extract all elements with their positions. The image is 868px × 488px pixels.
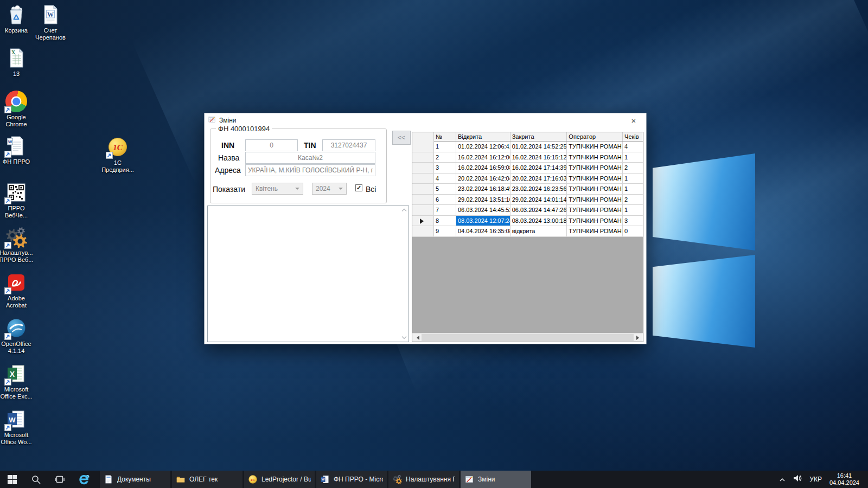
grid-cell[interactable]: 04.04.2024 16:35:08: [456, 226, 510, 236]
volume-icon[interactable]: [793, 474, 802, 485]
grid-cell[interactable]: 1: [623, 205, 643, 215]
search-button[interactable]: [24, 471, 48, 488]
desktop-icon-adobe-acrobat[interactable]: Adobe Acrobat: [0, 271, 36, 309]
grid-row[interactable]: 629.02.2024 13:51:1029.02.2024 14:01:14Т…: [412, 195, 643, 206]
task-view-button[interactable]: [48, 471, 72, 488]
row-header-cell[interactable]: [412, 205, 434, 215]
row-header-cell[interactable]: [412, 163, 434, 173]
show-hidden-icons-button[interactable]: [779, 474, 786, 484]
grid-cell[interactable]: 1: [623, 174, 643, 184]
grid-cell[interactable]: ТУПІЧКИН РОМАН ...: [567, 152, 623, 163]
grid-cell[interactable]: ТУПІЧКИН РОМАН ...: [567, 184, 623, 194]
grid-cell[interactable]: 08.03.2024 12:07:24: [456, 216, 510, 226]
grid-cell[interactable]: 6: [434, 195, 456, 205]
desktop-icon-prro-webche[interactable]: ПРРО ВебЧе...: [0, 181, 36, 219]
row-header-cell[interactable]: [412, 195, 434, 205]
grid-cell[interactable]: 8: [434, 216, 456, 226]
horizontal-scrollbar[interactable]: [412, 333, 643, 342]
details-list-panel[interactable]: [207, 206, 409, 342]
scroll-left-arrow-icon[interactable]: [412, 333, 421, 342]
tin-field[interactable]: [322, 139, 375, 151]
desktop-icon-fn-prro[interactable]: W ФН ПРРО: [0, 134, 36, 165]
grid-cell[interactable]: 29.02.2024 14:01:14: [510, 195, 567, 205]
desktop-icon-ms-excel[interactable]: X Microsoft Office Exc...: [0, 362, 36, 400]
grid-cell[interactable]: 5: [434, 184, 456, 194]
grid-cell[interactable]: 23.02.2024 16:18:45: [456, 184, 510, 194]
grid-row[interactable]: 904.04.2024 16:35:08відкритаТУПІЧКИН РОМ…: [412, 226, 643, 237]
grid-cell[interactable]: 4: [623, 142, 643, 152]
scrollbar-thumb[interactable]: [422, 334, 634, 341]
scroll-up-icon[interactable]: [401, 208, 407, 213]
grid-cell[interactable]: 9: [434, 226, 456, 236]
grid-cell[interactable]: 16.02.2024 16:15:12: [510, 152, 567, 163]
taskbar-task-button[interactable]: Налаштування ПР...: [388, 471, 459, 488]
row-header-cell[interactable]: [412, 216, 434, 226]
grid-cell[interactable]: 0: [623, 226, 643, 236]
grid-cell[interactable]: 3: [623, 216, 643, 226]
internet-explorer-button[interactable]: [72, 471, 95, 488]
grid-cell[interactable]: ТУПІЧКИН РОМАН ...: [567, 205, 623, 215]
desktop-icon-one-c[interactable]: 1С 1С Предприя...: [98, 136, 137, 174]
grid-cell[interactable]: 29.02.2024 13:51:10: [456, 195, 510, 205]
row-header-cell[interactable]: [412, 152, 434, 163]
grid-cell[interactable]: 01.02.2024 14:52:25: [510, 142, 567, 152]
grid-cell[interactable]: 2: [623, 163, 643, 173]
desktop-icon-excel-13[interactable]: X 13: [0, 47, 36, 78]
desktop-icon-nalashtuv[interactable]: Налаштув... ПРРО Веб...: [0, 226, 36, 264]
taskbar-clock[interactable]: 16:41 04.04.2024: [829, 472, 859, 486]
grid-row[interactable]: 706.03.2024 14:45:5206.03.2024 14:47:26Т…: [412, 205, 643, 216]
column-header[interactable]: Чеків: [623, 132, 643, 141]
grid-cell[interactable]: ТУПІЧКИН РОМАН ...: [567, 226, 623, 236]
grid-row[interactable]: 808.03.2024 12:07:2408.03.2024 13:00:18Т…: [412, 216, 643, 227]
grid-cell[interactable]: 1: [623, 184, 643, 194]
grid-cell[interactable]: 2: [623, 195, 643, 205]
start-button[interactable]: [0, 471, 24, 488]
taskbar-task-button[interactable]: W ФН ПРРО - Micros...: [316, 471, 387, 488]
adresa-field[interactable]: [245, 164, 375, 176]
grid-cell[interactable]: 7: [434, 205, 456, 215]
grid-cell[interactable]: 08.03.2024 13:00:18: [510, 216, 567, 226]
column-header[interactable]: Закрита: [510, 132, 567, 141]
grid-cell[interactable]: 16.02.2024 16:12:06: [456, 152, 510, 163]
grid-cell[interactable]: 01.02.2024 12:06:41: [456, 142, 510, 152]
month-dropdown[interactable]: Квітень: [252, 183, 303, 195]
scroll-right-arrow-icon[interactable]: [634, 333, 643, 342]
taskbar-task-button[interactable]: Документы: [100, 471, 170, 488]
grid-cell[interactable]: ТУПІЧКИН РОМАН ...: [567, 195, 623, 205]
grid-cell[interactable]: 1: [623, 152, 643, 163]
taskbar-task-button[interactable]: 1С LedProjector / Busi...: [244, 471, 315, 488]
grid-cell[interactable]: 16.02.2024 17:14:39: [510, 163, 567, 173]
grid-cell[interactable]: 20.02.2024 17:16:03: [510, 174, 567, 184]
grid-cell[interactable]: 06.03.2024 14:45:52: [456, 205, 510, 215]
all-checkbox[interactable]: ✓: [355, 184, 362, 191]
grid-row[interactable]: 420.02.2024 16:42:0420.02.2024 17:16:03Т…: [412, 174, 643, 184]
row-header-cell[interactable]: [412, 174, 434, 184]
desktop-icon-google-chrome[interactable]: Google Chrome: [0, 90, 36, 128]
grid-cell[interactable]: ТУПІЧКИН РОМАН ...: [567, 174, 623, 184]
collapse-button[interactable]: <<: [392, 131, 411, 145]
grid-cell[interactable]: ТУПІЧКИН РОМАН ...: [567, 142, 623, 152]
grid-cell[interactable]: 06.03.2024 14:47:26: [510, 205, 567, 215]
grid-cell[interactable]: 4: [434, 174, 456, 184]
grid-cell[interactable]: 3: [434, 163, 456, 173]
grid-row[interactable]: 216.02.2024 16:12:0616.02.2024 16:15:12Т…: [412, 152, 643, 163]
grid-cell[interactable]: 20.02.2024 16:42:04: [456, 174, 510, 184]
close-button[interactable]: ×: [624, 114, 643, 127]
desktop-icon-openoffice[interactable]: OpenOffice 4.1.14: [0, 317, 36, 355]
language-indicator[interactable]: УКР: [809, 476, 822, 483]
column-header[interactable]: №: [434, 132, 456, 141]
desktop-icon-schet-cherepanov[interactable]: W Счет Черепанов: [31, 3, 70, 41]
grid-row[interactable]: 523.02.2024 16:18:4523.02.2024 16:23:56Т…: [412, 184, 643, 195]
row-header-cell[interactable]: [412, 184, 434, 194]
grid-row[interactable]: 101.02.2024 12:06:4101.02.2024 14:52:25Т…: [412, 142, 643, 152]
taskbar-task-button[interactable]: Зміни: [461, 471, 531, 488]
desktop-icon-ms-word[interactable]: W Microsoft Office Wo...: [0, 408, 36, 446]
scroll-down-icon[interactable]: [401, 335, 407, 340]
grid-row[interactable]: 316.02.2024 16:59:0816.02.2024 17:14:39Т…: [412, 163, 643, 174]
column-header[interactable]: Оператор: [567, 132, 623, 141]
column-header[interactable]: Відкрита: [456, 132, 510, 141]
grid-cell[interactable]: відкрита: [510, 226, 567, 236]
nazva-field[interactable]: [245, 152, 375, 164]
grid-cell[interactable]: 1: [434, 142, 456, 152]
grid-cell[interactable]: 16.02.2024 16:59:08: [456, 163, 510, 173]
